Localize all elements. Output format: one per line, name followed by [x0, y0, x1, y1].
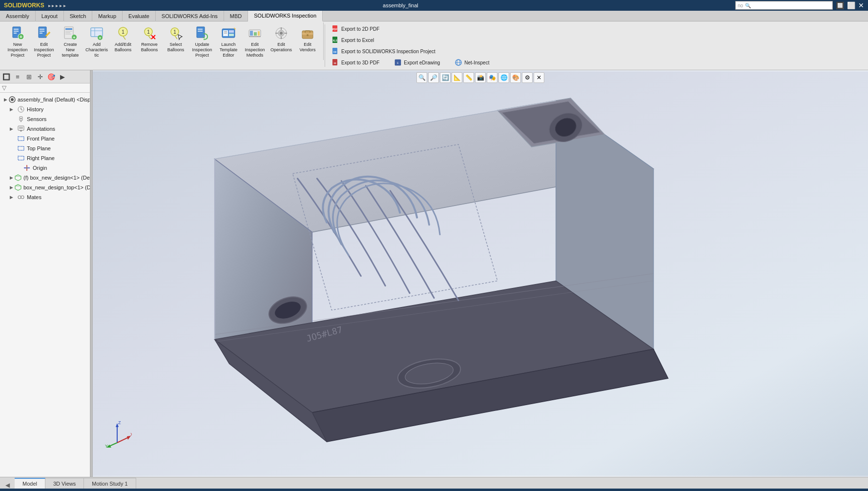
- svg-point-97: [18, 196, 21, 199]
- export-3d-pdf-button[interactable]: 3D Export to 3D PDF: [329, 57, 382, 68]
- tree-label-sensors: Sensors: [27, 116, 46, 122]
- export-excel-button[interactable]: XLS Export to Excel: [329, 35, 492, 45]
- tab-model[interactable]: Model: [15, 478, 45, 489]
- tree-item-box-new-design[interactable]: ▶ (f) box_new_design<1> (Default): [0, 173, 90, 183]
- net-inspect-button[interactable]: Net-Inspect: [452, 57, 492, 68]
- tree-icon-annotations: [17, 124, 25, 133]
- add-edit-balloons-button[interactable]: 1 Add/Edit Balloons: [110, 23, 136, 59]
- tab-inspection[interactable]: SOLIDWORKS Inspection: [248, 11, 323, 21]
- export-edrawing-button[interactable]: E Export eDrawing: [392, 57, 442, 68]
- ribbon-group-export: PDF Export to 2D PDF XLS Export to Excel: [326, 22, 495, 69]
- svg-text:Y: Y: [105, 444, 108, 448]
- export-2d-pdf-button[interactable]: PDF Export to 2D PDF: [329, 23, 492, 34]
- svg-rect-88: [18, 146, 24, 150]
- tab-3d-views[interactable]: 3D Views: [45, 478, 84, 489]
- add-characteristic-button[interactable]: + Add Characteristic: [84, 23, 109, 59]
- tab-markup[interactable]: Markup: [92, 11, 123, 21]
- svg-point-76: [11, 98, 14, 101]
- edit-vendors-button[interactable]: Edit Vendors: [295, 23, 320, 59]
- vp-tool-display[interactable]: 🎭: [487, 72, 497, 83]
- update-inspection-button[interactable]: Update Inspection Project: [189, 23, 215, 59]
- tree-arrow-mates: ▶: [10, 195, 16, 200]
- search-icon: 🔍: [745, 3, 751, 8]
- svg-line-79: [21, 109, 22, 110]
- tab-evaluate[interactable]: Evaluate: [123, 11, 156, 21]
- select-balloons-button[interactable]: 1 Select Balloons: [163, 23, 188, 59]
- svg-marker-86: [20, 130, 22, 132]
- tree-arrow-annotations: ▶: [10, 126, 16, 131]
- ribbon-content: + New Inspection Project: [0, 21, 868, 70]
- edit-inspection-methods-label: Edit Inspection Methods: [244, 42, 266, 58]
- svg-rect-89: [18, 156, 24, 160]
- export-edrawing-icon: E: [394, 59, 402, 66]
- new-inspection-label: New Inspection Project: [6, 42, 29, 58]
- sidebar-tool-target[interactable]: 🎯: [46, 71, 57, 82]
- tab-sketch[interactable]: Sketch: [64, 11, 93, 21]
- tree-item-right-plane[interactable]: Right Plane: [0, 153, 90, 163]
- add-edit-balloons-icon: 1: [115, 25, 131, 41]
- tree-item-front-plane[interactable]: Front Plane: [0, 134, 90, 143]
- vp-tool-color[interactable]: 🎨: [510, 72, 521, 83]
- ribbon-group-inspection: + New Inspection Project: [2, 22, 324, 60]
- tab-mbd[interactable]: MBD: [224, 11, 248, 21]
- vp-tool-zoom[interactable]: 🔎: [428, 72, 439, 83]
- create-template-button[interactable]: + Create New template: [58, 23, 83, 59]
- minimize-icon[interactable]: 🔲: [836, 1, 844, 9]
- svg-rect-37: [198, 31, 203, 32]
- maximize-icon[interactable]: ⬜: [847, 1, 855, 9]
- vp-tool-rotate[interactable]: 🔄: [440, 72, 451, 83]
- tree-item-root[interactable]: ▶ assembly_final (Default) <Display Sta.…: [0, 95, 90, 104]
- tab-addins[interactable]: SOLIDWORKS Add-Ins: [156, 11, 224, 21]
- svg-text:XLS: XLS: [332, 39, 337, 42]
- sidebar-tool-shapes[interactable]: 🔲: [1, 71, 12, 82]
- search-bar[interactable]: no 🔍: [735, 1, 833, 10]
- svg-rect-9: [40, 33, 42, 34]
- sidebar-tool-grid[interactable]: ⊞: [23, 71, 34, 82]
- tab-assembly[interactable]: Assembly: [0, 11, 36, 21]
- vp-tool-search[interactable]: 🔍: [416, 72, 427, 83]
- tree-item-top-plane[interactable]: Top Plane: [0, 143, 90, 153]
- vp-tool-camera[interactable]: 📸: [475, 72, 486, 83]
- new-inspection-project-button[interactable]: + New Inspection Project: [5, 23, 30, 59]
- edit-operations-button[interactable]: Edit Operations: [269, 23, 294, 59]
- svg-point-98: [21, 196, 24, 199]
- sidebar-tool-expand[interactable]: ▶: [57, 71, 68, 82]
- vp-tool-settings[interactable]: ⚙: [522, 72, 533, 83]
- vp-tool-ruler[interactable]: 📏: [463, 72, 474, 83]
- sidebar-tool-list[interactable]: ≡: [12, 71, 23, 82]
- net-inspect-icon: [455, 59, 462, 66]
- vp-tool-globe[interactable]: 🌐: [498, 72, 509, 83]
- viewport[interactable]: 🔍 🔎 🔄 📐 📏 📸 🎭 🌐 🎨 ⚙ ✕: [93, 70, 868, 477]
- tabs-scroll-left[interactable]: ◀: [0, 482, 15, 489]
- remove-balloons-button[interactable]: 1 Remove Balloons: [137, 23, 162, 59]
- close-icon[interactable]: ✕: [858, 1, 864, 9]
- svg-text:X: X: [130, 432, 132, 437]
- svg-rect-36: [198, 29, 203, 30]
- export-excel-label: Export to Excel: [341, 38, 374, 43]
- sidebar-toolbar: 🔲 ≡ ⊞ ✛ 🎯 ▶: [0, 70, 90, 83]
- tab-motion-study[interactable]: Motion Study 1: [84, 478, 136, 489]
- sidebar-tool-add[interactable]: ✛: [35, 71, 45, 82]
- tab-layout[interactable]: Layout: [36, 11, 64, 21]
- export-sw-project-icon: SW: [331, 47, 339, 55]
- svg-text:3D: 3D: [333, 62, 336, 64]
- vp-tool-measure[interactable]: 📐: [452, 72, 462, 83]
- tree-item-history[interactable]: ▶ History: [0, 104, 90, 114]
- vp-tool-collapse[interactable]: ✕: [534, 72, 544, 83]
- edit-inspection-methods-button[interactable]: Edit Inspection Methods: [242, 23, 268, 59]
- launch-template-label: Launch Template Editor: [217, 42, 240, 58]
- tree-item-sensors[interactable]: Sensors: [0, 114, 90, 124]
- sidebar: 🔲 ≡ ⊞ ✛ 🎯 ▶ ▽ ▶ assembly_final (Default)…: [0, 70, 90, 477]
- edit-inspection-button[interactable]: Edit Inspection Project: [31, 23, 57, 59]
- tree-item-mates[interactable]: ▶ Mates: [0, 192, 90, 202]
- title-bar: SOLIDWORKS ▸ ▸ ▸ ▸ ▸ assembly_final no 🔍…: [0, 0, 868, 11]
- tree-item-origin[interactable]: Origin: [0, 163, 90, 173]
- svg-marker-95: [15, 184, 21, 190]
- svg-rect-49: [258, 31, 260, 36]
- tree-item-box-new-design-top[interactable]: ▶ box_new_design_top<1> (Default...: [0, 183, 90, 192]
- launch-template-button[interactable]: Launch Template Editor: [216, 23, 241, 59]
- export-sw-project-button[interactable]: SW Export to SOLIDWORKS Inspection Proje…: [329, 46, 492, 57]
- tree-item-annotations[interactable]: ▶ Annotations: [0, 124, 90, 134]
- tree-arrow-box-new-design-top: ▶: [10, 185, 13, 190]
- svg-rect-48: [254, 32, 257, 36]
